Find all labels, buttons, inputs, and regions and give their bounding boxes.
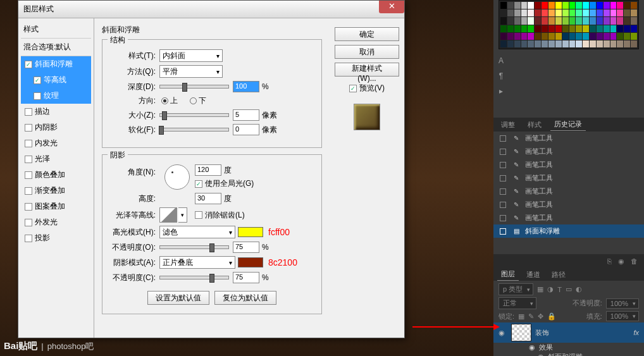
swatch[interactable] <box>562 9 569 16</box>
swatch[interactable] <box>617 25 623 32</box>
direction-down-radio[interactable] <box>190 97 197 104</box>
swatch[interactable] <box>590 2 596 9</box>
swatch[interactable] <box>514 2 521 9</box>
direction-up-radio[interactable] <box>161 97 168 104</box>
layer-row[interactable]: ◉ 装饰 fx <box>493 322 644 343</box>
swatch[interactable] <box>604 25 610 32</box>
swatch[interactable] <box>597 2 603 9</box>
swatch[interactable] <box>617 33 623 40</box>
swatch[interactable] <box>610 9 617 16</box>
swatch[interactable] <box>576 25 582 32</box>
style-item[interactable]: 光泽 <box>21 151 91 167</box>
swatch[interactable] <box>631 17 637 24</box>
style-item[interactable]: ✓等高线 <box>21 72 91 88</box>
swatch[interactable] <box>535 2 541 9</box>
swatch[interactable] <box>514 17 521 24</box>
tab-channels[interactable]: 通道 <box>523 269 544 281</box>
swatch[interactable] <box>583 25 589 32</box>
swatch[interactable] <box>528 25 534 32</box>
swatch[interactable] <box>548 2 555 9</box>
dialog-titlebar[interactable]: 图层样式 ✕ <box>18 1 404 18</box>
style-item[interactable]: 内阴影 <box>21 120 91 135</box>
swatch[interactable] <box>548 9 555 16</box>
shadow-opacity-slider[interactable] <box>159 276 229 279</box>
fill-select[interactable]: 100% <box>606 311 639 321</box>
swatch[interactable] <box>535 17 541 24</box>
effect-item-row[interactable]: ◉ 斜面和浮雕 <box>493 352 644 356</box>
swatch[interactable] <box>590 9 596 16</box>
swatch[interactable] <box>535 40 541 47</box>
style-item[interactable]: 图案叠加 <box>21 199 91 214</box>
swatch[interactable] <box>500 9 507 16</box>
lock-icon[interactable]: ✥ <box>538 312 543 321</box>
tool-icon[interactable]: A <box>493 53 509 68</box>
swatch[interactable] <box>542 25 548 32</box>
tool-icon[interactable]: ▸ <box>493 83 509 99</box>
swatch[interactable] <box>507 9 514 16</box>
swatch[interactable] <box>562 25 569 32</box>
swatch[interactable] <box>555 17 562 24</box>
global-light-checkbox[interactable]: ✓ <box>195 180 202 188</box>
swatch[interactable] <box>610 25 617 32</box>
swatch[interactable] <box>535 9 541 16</box>
make-default-button[interactable]: 设置为默认值 <box>147 291 209 305</box>
swatch[interactable] <box>590 40 596 47</box>
layer-kind-filter[interactable]: p 类型 <box>498 283 533 295</box>
swatch[interactable] <box>562 40 569 47</box>
technique-select[interactable]: 平滑 <box>159 65 223 78</box>
style-checkbox[interactable] <box>25 219 32 226</box>
camera-icon[interactable]: ◉ <box>618 257 624 266</box>
swatch[interactable] <box>597 40 603 47</box>
close-button[interactable]: ✕ <box>379 1 404 13</box>
swatch[interactable] <box>624 9 630 16</box>
swatch[interactable] <box>562 17 569 24</box>
swatch[interactable] <box>576 2 582 9</box>
blend-options-item[interactable]: 混合选项:默认 <box>21 39 91 56</box>
tab-layers[interactable]: 图层 <box>497 268 519 281</box>
style-checkbox[interactable] <box>25 171 32 179</box>
lock-icon[interactable]: 🔒 <box>547 312 556 321</box>
new-snapshot-icon[interactable]: ⎘ <box>607 257 612 265</box>
history-item[interactable]: ✎画笔工具 <box>493 171 644 185</box>
swatch[interactable] <box>631 25 637 32</box>
filter-icon[interactable]: ▦ <box>537 285 543 293</box>
swatch[interactable] <box>562 33 569 40</box>
swatch[interactable] <box>597 25 603 32</box>
swatch[interactable] <box>624 33 630 40</box>
highlight-mode-select[interactable]: 滤色 <box>159 226 235 238</box>
swatch[interactable] <box>542 2 548 9</box>
shadow-opacity-input[interactable]: 75 <box>233 272 259 283</box>
swatch[interactable] <box>610 2 617 9</box>
swatch[interactable] <box>624 2 630 9</box>
swatch[interactable] <box>583 33 589 40</box>
effects-row[interactable]: ◉ 效果 <box>493 343 644 352</box>
swatch[interactable] <box>514 33 521 40</box>
swatch[interactable] <box>583 40 589 47</box>
history-item[interactable]: ✎画笔工具 <box>493 211 644 224</box>
swatch[interactable] <box>500 25 507 32</box>
style-item[interactable]: 外发光 <box>21 214 91 230</box>
ok-button[interactable]: 确定 <box>335 27 399 41</box>
swatch[interactable] <box>604 40 610 47</box>
swatch[interactable] <box>555 25 562 32</box>
highlight-color-swatch[interactable] <box>238 227 263 237</box>
soften-input[interactable]: 0 <box>233 124 259 135</box>
antialias-checkbox[interactable] <box>195 211 202 219</box>
swatch[interactable] <box>617 40 623 47</box>
swatch[interactable] <box>590 17 596 24</box>
swatch[interactable] <box>624 40 630 47</box>
swatch[interactable] <box>528 33 534 40</box>
swatch[interactable] <box>542 40 548 47</box>
style-item[interactable]: 颜色叠加 <box>21 167 91 183</box>
trash-icon[interactable]: 🗑 <box>631 257 638 265</box>
style-checkbox[interactable] <box>34 92 41 100</box>
swatch[interactable] <box>528 9 534 16</box>
swatch[interactable] <box>514 9 521 16</box>
swatch[interactable] <box>521 33 528 40</box>
swatch[interactable] <box>548 40 555 47</box>
history-item[interactable]: ✎画笔工具 <box>493 158 644 171</box>
swatch[interactable] <box>521 2 528 9</box>
style-checkbox[interactable] <box>25 108 32 116</box>
swatch[interactable] <box>507 25 514 32</box>
angle-input[interactable]: 120 <box>195 164 221 176</box>
